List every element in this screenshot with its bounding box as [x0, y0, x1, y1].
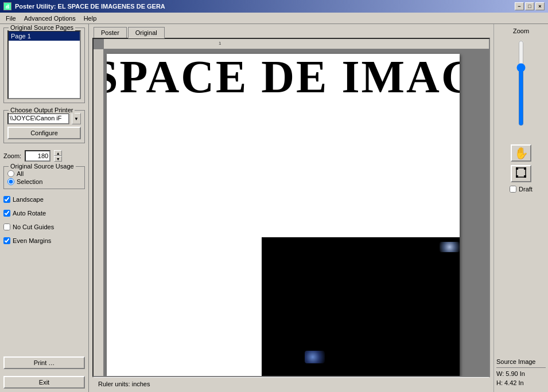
left-panel: Original Source Pages Page 1 Choose Outp…	[0, 24, 89, 392]
printer-group: Choose Output Printer \\JOYCE\Canon iF ▼…	[3, 110, 85, 143]
checkbox-landscape-input[interactable]	[3, 196, 10, 203]
menu-advanced-options[interactable]: Advanced Options	[21, 14, 79, 23]
draft-checkbox[interactable]	[510, 186, 516, 193]
printer-dropdown-arrow[interactable]: ▼	[72, 113, 81, 124]
checkbox-nocutguides-label: No Cut Guides	[13, 224, 54, 230]
checkbox-evenmargins-label: Even Margins	[13, 237, 51, 244]
checkbox-evenmargins-input[interactable]	[3, 237, 10, 244]
zoom-spin-buttons: ▲ ▼	[54, 150, 62, 162]
window-controls: − □ ×	[515, 2, 545, 10]
ruler-left	[94, 49, 104, 376]
radio-all[interactable]	[7, 170, 14, 177]
svg-rect-4	[524, 175, 526, 178]
checkbox-landscape: Landscape	[3, 196, 85, 203]
source-image-height: H: 4.42 In	[496, 379, 546, 386]
draft-label: Draft	[519, 186, 533, 193]
radio-selection-label: Selection	[17, 178, 42, 185]
tab-poster[interactable]: Poster	[94, 27, 127, 38]
tab-original[interactable]: Original	[128, 27, 165, 38]
draft-row: Draft	[510, 186, 533, 193]
radio-all-label: All	[17, 170, 24, 177]
configure-button[interactable]: Configure	[7, 127, 81, 139]
checkbox-autorotate-label: Auto Rotate	[13, 210, 46, 217]
checkbox-autorotate: Auto Rotate	[3, 210, 85, 217]
page-list[interactable]: Page 1	[7, 30, 81, 99]
blue-spots-2	[440, 242, 460, 252]
checkbox-nocutguides: No Cut Guides	[3, 224, 85, 230]
ruler-units-text: Ruler units: inches	[98, 381, 150, 387]
center-panel: Poster Original 1 SPACE DE IMAGENES DE	[89, 24, 493, 392]
source-pages-group: Original Source Pages Page 1	[3, 28, 85, 103]
page-list-item[interactable]: Page 1	[9, 32, 80, 41]
checkbox-nocutguides-input[interactable]	[3, 224, 10, 230]
source-usage-group: Original Source Usage All Selection	[3, 166, 85, 189]
printer-select-row: \\JOYCE\Canon iF ▼	[7, 113, 81, 124]
exit-button[interactable]: Exit	[3, 376, 85, 389]
pan-tool-button[interactable]: ✋	[511, 144, 531, 162]
zoom-label: Zoom:	[3, 152, 21, 159]
canvas-wrapper: 1 SPACE DE IMAGENES DE	[92, 38, 490, 377]
tabs-row: Poster Original	[89, 24, 493, 38]
ruler-top: 1	[104, 39, 489, 49]
divider	[496, 367, 546, 368]
zoom-input[interactable]	[25, 150, 50, 162]
page-canvas: SPACE DE IMAGENES DE	[107, 54, 460, 376]
source-usage-label: Original Source Usage	[9, 163, 76, 170]
zoom-up-button[interactable]: ▲	[54, 150, 62, 156]
status-bar: Ruler units: inches	[94, 377, 489, 390]
canvas-area[interactable]: SPACE DE IMAGENES DE	[104, 49, 489, 376]
svg-rect-3	[516, 175, 518, 178]
radio-selection-row: Selection	[7, 178, 81, 185]
zoom-slider-container	[515, 38, 527, 141]
zoom-down-button[interactable]: ▼	[54, 156, 62, 162]
source-image-width: W: 5.90 In	[496, 370, 546, 377]
right-zoom-label: Zoom	[513, 28, 529, 34]
menu-bar: File Advanced Options Help	[0, 13, 548, 24]
right-panel: Zoom ✋ Draft	[493, 24, 548, 392]
svg-rect-2	[524, 167, 526, 170]
close-button[interactable]: ×	[535, 2, 545, 10]
crop-tool-button[interactable]	[511, 165, 531, 182]
maximize-button[interactable]: □	[525, 2, 534, 10]
main-layout: Original Source Pages Page 1 Choose Outp…	[0, 24, 548, 392]
zoom-slider[interactable]	[515, 40, 527, 126]
radio-selection[interactable]	[7, 178, 14, 185]
black-overlay	[262, 237, 460, 376]
svg-rect-1	[516, 167, 518, 170]
source-image-info: Source Image W: 5.90 In H: 4.42 In	[496, 356, 546, 389]
printer-display[interactable]: \\JOYCE\Canon iF	[7, 113, 69, 124]
zoom-row: Zoom: ▲ ▼	[3, 150, 85, 162]
printer-label: Choose Output Printer	[9, 107, 75, 113]
menu-help[interactable]: Help	[80, 14, 100, 23]
crop-icon	[515, 166, 527, 182]
title-bar: 🖨 Poster Utility: EL SPACE DE IMAGENES D…	[0, 0, 548, 13]
app-icon: 🖨	[3, 2, 11, 10]
title-bar-text: 🖨 Poster Utility: EL SPACE DE IMAGENES D…	[3, 2, 165, 10]
source-image-label: Source Image	[496, 358, 546, 365]
minimize-button[interactable]: −	[515, 2, 524, 10]
page-text: SPACE DE IMAGENES DE	[107, 54, 460, 103]
blue-spots	[305, 351, 325, 363]
pan-icon: ✋	[514, 146, 528, 160]
checkbox-evenmargins: Even Margins	[3, 237, 85, 244]
menu-file[interactable]: File	[2, 14, 20, 23]
radio-all-row: All	[7, 170, 81, 177]
source-pages-label: Original Source Pages	[9, 24, 75, 31]
checkbox-landscape-label: Landscape	[13, 196, 44, 203]
print-button[interactable]: Print …	[3, 356, 85, 369]
checkbox-autorotate-input[interactable]	[3, 210, 10, 217]
ruler-tick-1: 1	[219, 41, 221, 46]
